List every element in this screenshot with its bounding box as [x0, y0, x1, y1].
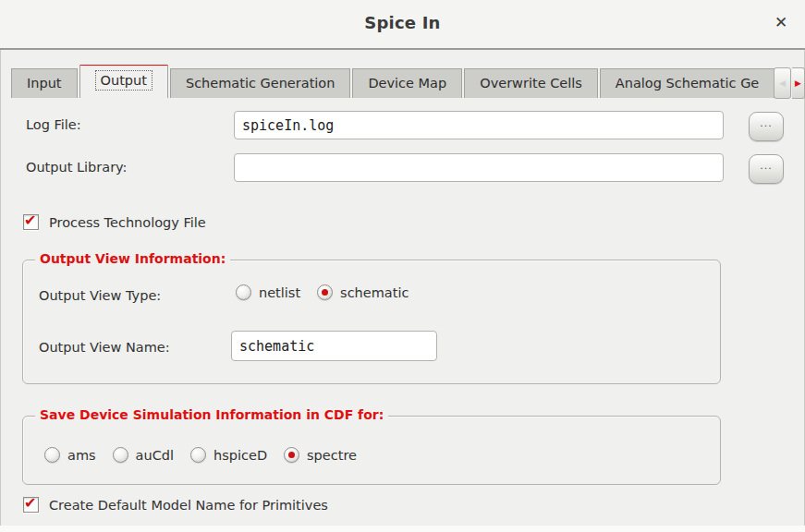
spice-in-dialog: Spice In ✕ Input Output Schematic Genera… — [0, 0, 805, 532]
log-file-label: Log File: — [26, 117, 81, 132]
output-library-input[interactable] — [234, 153, 724, 182]
radio-hspiced[interactable] — [190, 447, 206, 463]
log-file-input[interactable] — [234, 111, 724, 139]
radio-aucdl-label[interactable]: auCdl — [136, 448, 174, 463]
title-bar: Spice In ✕ — [0, 0, 805, 50]
output-view-type-radio-group: netlist schematic — [236, 284, 425, 300]
tab-schematic-generation[interactable]: Schematic Generation — [170, 68, 350, 98]
dialog-bottom-edge — [0, 526, 805, 532]
radio-spectre-label[interactable]: spectre — [307, 448, 357, 463]
output-library-label: Output Library: — [26, 160, 128, 175]
tab-overwrite-cells[interactable]: Overwrite Cells — [464, 68, 598, 98]
radio-ams-label[interactable]: ams — [67, 448, 96, 463]
process-technology-file-label: Process Technology File — [49, 215, 206, 230]
radio-hspiced-label[interactable]: hspiceD — [213, 448, 267, 463]
tab-output[interactable]: Output — [79, 65, 168, 98]
check-icon: ✔ — [24, 212, 36, 229]
output-view-type-label: Output View Type: — [39, 288, 161, 303]
radio-schematic[interactable] — [317, 284, 333, 300]
check-icon: ✔ — [24, 494, 36, 512]
close-icon[interactable]: ✕ — [770, 11, 792, 33]
radio-netlist-label[interactable]: netlist — [259, 285, 300, 300]
cdf-radio-group: ams auCdl hspiceD spectre — [44, 447, 373, 463]
process-technology-file-row: ✔ Process Technology File — [23, 214, 206, 230]
radio-ams[interactable] — [44, 447, 60, 463]
create-default-model-row: ✔ Create Default Model Name for Primitiv… — [23, 497, 328, 513]
output-view-name-input[interactable] — [231, 331, 437, 361]
tab-scroll-buttons: ◀ ▶ — [773, 67, 805, 97]
tab-scroll-right-icon[interactable]: ▶ — [792, 67, 805, 99]
output-view-name-label: Output View Name: — [39, 340, 170, 355]
process-technology-file-checkbox[interactable]: ✔ — [23, 214, 39, 230]
radio-netlist[interactable] — [236, 284, 251, 300]
tab-bar: Input Output Schematic Generation Device… — [11, 65, 775, 98]
cdf-group-title: Save Device Simulation Information in CD… — [35, 407, 388, 422]
radio-spectre[interactable] — [284, 447, 299, 463]
log-file-browse-button[interactable]: ... — [749, 112, 784, 141]
tab-input[interactable]: Input — [11, 68, 78, 98]
tab-device-map[interactable]: Device Map — [352, 68, 462, 98]
output-view-information-title: Output View Information: — [35, 251, 230, 266]
radio-schematic-label[interactable]: schematic — [340, 285, 409, 300]
create-default-model-checkbox[interactable]: ✔ — [23, 497, 39, 513]
output-library-browse-button[interactable]: ... — [749, 154, 784, 184]
tab-analog-schematic-generation[interactable]: Analog Schematic Ge — [600, 68, 775, 98]
create-default-model-label: Create Default Model Name for Primitives — [49, 498, 328, 513]
output-view-information-group: Output View Information: — [22, 260, 721, 384]
dialog-title: Spice In — [0, 13, 805, 32]
tab-scroll-left-icon[interactable]: ◀ — [774, 67, 791, 99]
radio-aucdl[interactable] — [113, 447, 128, 463]
